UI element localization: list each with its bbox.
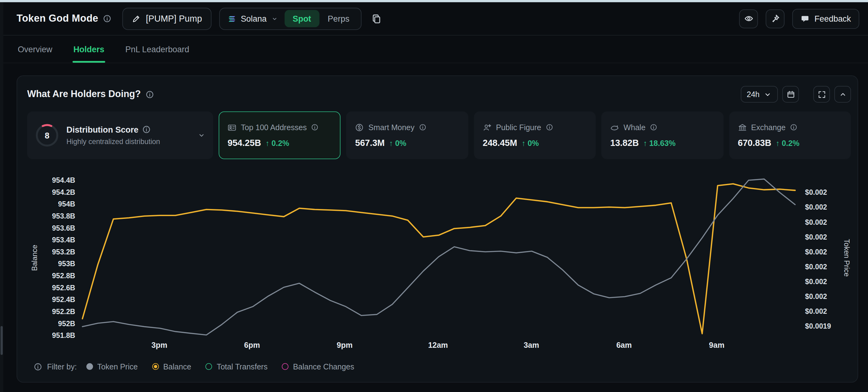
legend: Filter by: Token PriceBalanceTotal Trans… xyxy=(17,352,858,371)
stat-card-value: 954.25B xyxy=(227,138,261,148)
axis-text: $0.002 xyxy=(805,233,827,241)
axis-text: $0.002 xyxy=(805,203,827,211)
bank-icon xyxy=(738,123,747,132)
whale-icon xyxy=(610,123,619,132)
page-title: Token God Mode xyxy=(17,13,98,24)
token-select-button[interactable]: [PUMP] Pump xyxy=(123,7,212,30)
axis-text: 953.6B xyxy=(52,224,75,232)
panel-controls: 24h xyxy=(741,86,851,103)
axis-text: 6pm xyxy=(244,341,260,349)
axis-text: 952.8B xyxy=(52,272,75,280)
chain-select[interactable]: Solana xyxy=(220,8,283,29)
stat-card-label: Smart Money xyxy=(368,123,414,132)
feedback-label: Feedback xyxy=(815,14,851,23)
copy-icon[interactable] xyxy=(369,11,384,26)
title-wrap: Token God Mode xyxy=(17,13,112,24)
tab-spot[interactable]: Spot xyxy=(284,10,319,27)
axis-text: 9pm xyxy=(337,341,353,349)
stat-card-public-figure[interactable]: Public Figure248.45M↑ 0% xyxy=(474,112,596,159)
tab-holders[interactable]: Holders xyxy=(72,35,105,63)
legend-prefix: Filter by: xyxy=(47,362,76,371)
stat-card-values: 954.25B↑ 0.2% xyxy=(227,138,332,148)
stat-card-label: Public Figure xyxy=(496,123,541,132)
axis-text: 954B xyxy=(58,200,75,208)
series-token-price xyxy=(83,179,795,335)
holders-panel: What Are Holders Doing? 24h xyxy=(17,76,858,383)
legend-item-balance[interactable]: Balance xyxy=(152,362,191,371)
stat-card-change: ↑ 0% xyxy=(389,139,406,147)
fullscreen-button[interactable] xyxy=(813,86,830,103)
axis-text: 952.6B xyxy=(52,284,75,292)
legend-dot-total-transfers xyxy=(206,363,212,370)
stat-card-top-100-addresses[interactable]: Top 100 Addresses954.25B↑ 0.2% xyxy=(219,112,340,159)
coin-icon xyxy=(355,123,364,132)
stat-card-exchange[interactable]: Exchange670.83B↑ 0.2% xyxy=(729,112,851,159)
info-icon[interactable] xyxy=(34,362,42,371)
panel-header: What Are Holders Doing? 24h xyxy=(17,76,858,103)
legend-item-balance-changes[interactable]: Balance Changes xyxy=(282,362,354,371)
info-icon[interactable] xyxy=(419,124,426,131)
main-content: What Are Holders Doing? 24h xyxy=(3,63,868,392)
header: Token God Mode [PUMP] Pump Solana Spot P… xyxy=(3,2,868,35)
distribution-score-card[interactable]: 8 Distribution Score Highly centralized … xyxy=(27,112,213,159)
info-icon[interactable] xyxy=(103,15,112,23)
person-star-icon xyxy=(483,123,492,132)
axis-text: $0.002 xyxy=(805,218,827,226)
tab-overview[interactable]: Overview xyxy=(17,35,53,63)
legend-label: Total Transfers xyxy=(217,362,268,371)
watchlist-eye-button[interactable] xyxy=(739,9,758,28)
stat-cards: Top 100 Addresses954.25B↑ 0.2%Smart Mone… xyxy=(219,112,851,159)
distribution-text: Distribution Score Highly centralized di… xyxy=(66,125,190,146)
legend-dot-balance-changes xyxy=(282,363,289,370)
scrollbar-thumb[interactable] xyxy=(1,326,3,355)
pin-button[interactable] xyxy=(766,9,785,28)
chain-label: Solana xyxy=(241,14,267,23)
stat-card-label: Exchange xyxy=(751,123,785,132)
legend-items: Token PriceBalanceTotal TransfersBalance… xyxy=(86,362,354,371)
legend-dot-balance xyxy=(152,363,159,370)
timeframe-select[interactable]: 24h xyxy=(741,86,778,103)
stat-card-label: Top 100 Addresses xyxy=(241,123,307,132)
legend-item-total-transfers[interactable]: Total Transfers xyxy=(206,362,268,371)
axis-text: 954.4B xyxy=(52,176,75,184)
chevron-down-icon[interactable] xyxy=(197,131,205,139)
calendar-button[interactable] xyxy=(782,86,799,103)
token-label: [PUMP] Pump xyxy=(146,13,202,24)
edit-icon xyxy=(132,14,141,23)
chart: 954.4B954.2B954B953.8B953.6B953.4B953.2B… xyxy=(17,164,858,352)
axis-text: Token Price xyxy=(843,239,851,277)
stat-card-values: 567.3M↑ 0% xyxy=(355,138,459,148)
axis-text: $0.002 xyxy=(805,278,827,286)
tab-perps[interactable]: Perps xyxy=(319,10,358,27)
panel-title: What Are Holders Doing? xyxy=(27,89,141,100)
chain-market-group: Solana Spot Perps xyxy=(219,7,362,30)
axis-text: 6am xyxy=(616,341,632,349)
axis-text: $0.002 xyxy=(805,188,827,196)
tab-pnl-leaderboard[interactable]: PnL Leaderboard xyxy=(124,35,190,63)
info-icon[interactable] xyxy=(142,125,151,134)
stats-row: 8 Distribution Score Highly centralized … xyxy=(17,103,858,159)
stat-card-values: 13.82B↑ 18.63% xyxy=(610,138,715,148)
info-icon[interactable] xyxy=(146,90,154,98)
info-icon[interactable] xyxy=(311,124,318,131)
axis-text: 954.2B xyxy=(52,188,75,196)
info-icon[interactable] xyxy=(546,124,553,131)
feedback-button[interactable]: Feedback xyxy=(793,9,859,29)
legend-label: Token Price xyxy=(97,362,138,371)
axis-text: 952B xyxy=(58,320,75,328)
collapse-button[interactable] xyxy=(834,86,851,103)
stat-card-header: Exchange xyxy=(738,123,842,132)
stat-card-values: 248.45M↑ 0% xyxy=(483,138,587,148)
stat-card-whale[interactable]: Whale13.82B↑ 18.63% xyxy=(601,112,723,159)
axis-text: Balance xyxy=(31,245,39,271)
holders-chart[interactable]: 954.4B954.2B954B953.8B953.6B953.4B953.2B… xyxy=(17,164,858,352)
axis-text: 953.2B xyxy=(52,248,75,256)
info-icon[interactable] xyxy=(650,124,657,131)
solana-icon xyxy=(227,14,237,23)
axis-text: $0.002 xyxy=(805,292,827,301)
legend-item-token-price[interactable]: Token Price xyxy=(86,362,138,371)
axis-text: 9am xyxy=(709,341,724,349)
stat-card-smart-money[interactable]: Smart Money567.3M↑ 0% xyxy=(346,112,468,159)
stat-card-change: ↑ 0% xyxy=(522,139,539,147)
info-icon[interactable] xyxy=(790,124,797,131)
